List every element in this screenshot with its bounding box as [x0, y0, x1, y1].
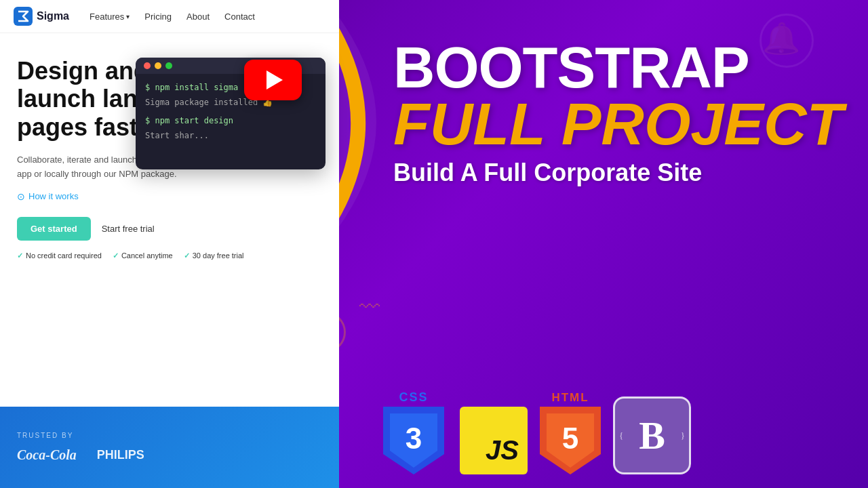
html5-icon: HTML 5: [540, 391, 601, 474]
badges-row: No credit card required Cancel anytime 3…: [17, 251, 322, 260]
trust-logos: Coca-Cola PHILIPS: [17, 447, 322, 463]
html-label: HTML: [551, 391, 589, 405]
tech-icons-row: CSS 3 JS HTML 5 { B }: [380, 390, 691, 474]
nav-features[interactable]: Features: [90, 12, 130, 22]
cta-row: Get started Start free trial: [17, 217, 322, 241]
trusted-by-label: TRUSTED BY: [17, 432, 322, 439]
terminal-dot-green: [165, 62, 172, 69]
full-project-title: FULL PROJECT: [393, 96, 843, 152]
bootstrap-title: BOOTSTRAP: [393, 41, 843, 96]
js-label: JS: [480, 430, 524, 471]
nav-links: Features Pricing About Contact: [90, 12, 255, 22]
start-free-trial-link[interactable]: Start free trial: [102, 224, 155, 234]
terminal-dot-yellow: [155, 62, 161, 69]
subtitle: Build A Full Corporate Site: [393, 159, 843, 187]
terminal-line3: $ npm start design: [145, 114, 316, 129]
bootstrap-label: B: [639, 413, 665, 458]
nav-contact[interactable]: Contact: [224, 12, 255, 22]
css-label: CSS: [399, 390, 428, 405]
play-button[interactable]: [244, 60, 302, 100]
svg-text:5: 5: [562, 422, 578, 455]
badge-cancel-anytime: Cancel anytime: [113, 251, 173, 260]
philips-logo: PHILIPS: [97, 448, 144, 462]
how-it-works-link[interactable]: How it works: [17, 191, 322, 202]
logo-text: Sigma: [37, 10, 69, 22]
get-started-button[interactable]: Get started: [17, 217, 91, 241]
deco-squiggle: 〰: [359, 296, 380, 319]
play-triangle-icon: [267, 70, 283, 89]
svg-text:3: 3: [406, 422, 422, 455]
js-icon: JS: [460, 407, 528, 474]
nav-pricing[interactable]: Pricing: [144, 12, 172, 22]
left-play-icon[interactable]: ▶: [5, 271, 14, 284]
sigma-logo-icon: [14, 7, 33, 26]
coca-cola-logo: Coca-Cola: [17, 447, 77, 463]
terminal-dot-red: [144, 62, 151, 69]
navbar: Sigma Features Pricing About Contact: [0, 0, 339, 33]
css3-icon: CSS 3: [380, 390, 448, 474]
badge-no-credit-card: No credit card required: [17, 251, 102, 260]
right-content: BOOTSTRAP FULL PROJECT Build A Full Corp…: [393, 41, 843, 187]
terminal-line4: Start shar...: [145, 129, 316, 144]
logo[interactable]: Sigma: [14, 7, 69, 26]
trust-bar: TRUSTED BY Coca-Cola PHILIPS: [0, 407, 339, 488]
nav-about[interactable]: About: [186, 12, 210, 22]
badge-free-trial: 30 day free trial: [184, 251, 244, 260]
css3-shield: 3: [383, 407, 444, 474]
bootstrap-icon: { B }: [613, 396, 691, 474]
html5-shield: 5: [540, 407, 601, 474]
